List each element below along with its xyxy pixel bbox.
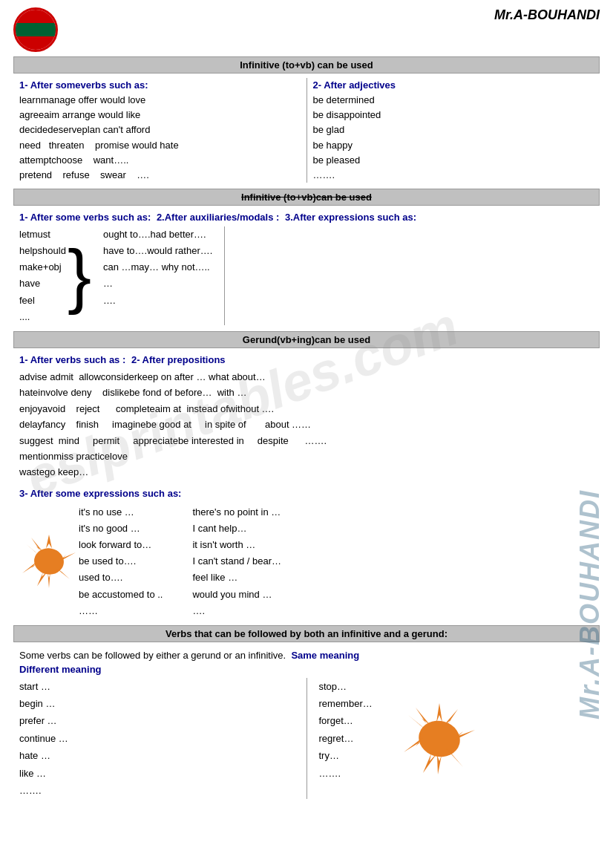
verb2-4: have (19, 275, 66, 292)
sv-right-5: try… (319, 747, 373, 764)
svg-marker-17 (416, 708, 430, 725)
gerund-v-6: mentionmiss practicelove (19, 448, 594, 464)
section1-adj-col: 2- After adjectives be determined be dis… (313, 78, 594, 183)
section4-header: Verbs that can be followed by both an in… (13, 625, 600, 642)
section2-label1: 1- After some verbs such as: (19, 210, 151, 225)
section4-left-verbs: start … begin … prefer … continue … hate… (19, 678, 307, 800)
section2-header: Infinitive (to+vb)can be used (13, 189, 600, 206)
gerund-v-4: delayfancy finish imaginebe good at in s… (19, 417, 594, 432)
aux-4: … (103, 275, 212, 292)
gerund-v-2: hateinvolve deny dislikebe fond of befor… (19, 385, 594, 400)
section4-intro-row: Some verbs can be followed by either a g… (19, 650, 594, 661)
splash-icon-left (19, 532, 79, 591)
svg-point-0 (32, 546, 66, 578)
section4-verbs-row: start … begin … prefer … continue … hate… (19, 678, 594, 800)
verb-line-3: decidedeserveplan can't afford (19, 123, 301, 137)
same-meaning-label: Same meaning (289, 650, 359, 661)
section3-verbs: advise admit allowconsiderkeep on after … (19, 369, 594, 480)
watermark-container: Mr.A-BOUHANDI (574, 489, 606, 719)
expr-r-7: …. (192, 603, 281, 619)
verb2-2: helpshould (19, 243, 66, 259)
watermark-text: Mr.A-BOUHANDI (574, 489, 606, 719)
svg-marker-1 (46, 535, 52, 548)
sv-left-5: hate … (19, 747, 295, 764)
section3-content: 1- After verbs such as : 2- After prepos… (13, 351, 600, 621)
svg-marker-5 (22, 561, 37, 573)
adj-line-5: be pleased (313, 153, 594, 168)
section1-cols: 1- After someverbs such as: learnmanage … (19, 78, 594, 183)
section3-header: Gerund(vb+ing)can be used (13, 331, 600, 348)
section2-divider (224, 226, 225, 325)
adj-line-2: be disappointed (313, 108, 594, 123)
sv-right-4: regret… (319, 730, 373, 747)
gerund-v-1: advise admit allowconsiderkeep on after … (19, 369, 594, 385)
expr-l-1: it's no use … (79, 504, 163, 521)
section3-label2: 2- After prepositions (128, 353, 225, 368)
author-name: Mr.A-BOUHANDI (494, 7, 600, 23)
adj-line-4: be happy (313, 138, 594, 153)
section3-label1: 1- After verbs such as : (19, 353, 125, 368)
section2-label2: 2.After auxiliaries/modals : (154, 210, 279, 225)
section1-part1-label: 1- After someverbs such as: (19, 78, 301, 93)
sv-left-1: start … (19, 678, 295, 695)
expr-col-right: there's no point in … I cant help… it is… (192, 504, 281, 619)
adj-line-1: be determined (313, 93, 594, 108)
svg-marker-4 (37, 571, 47, 587)
verb-line-5: attemptchoose want….. (19, 153, 301, 168)
expr-col-left: it's no use … it's no good … look forwar… (79, 504, 163, 619)
expr-l-6: be accustomed to .. (79, 587, 163, 603)
splash-left-container (19, 504, 79, 619)
header: ★ Mr.A-BOUHANDI (13, 7, 600, 52)
section1-verbs-col: 1- After someverbs such as: learnmanage … (19, 78, 301, 183)
expr-l-3: look forward to… (79, 537, 163, 553)
section1-part2-label: 2- After adjectives (313, 78, 594, 93)
verb-line-1: learnmanage offer would love (19, 93, 301, 108)
sv-right-2: remember… (319, 695, 373, 712)
gerund-v-7: wastego keep… (19, 464, 594, 480)
expr-r-3: it isn't worth … (192, 537, 281, 553)
verb-line-2: agreeaim arrange would like (19, 108, 301, 123)
svg-marker-8 (31, 538, 43, 552)
svg-marker-7 (47, 573, 50, 588)
svg-marker-16 (437, 755, 442, 774)
section2-content: 1- After some verbs such as: 2.After aux… (13, 209, 600, 327)
section4-intro: Some verbs can be followed by either a g… (19, 650, 286, 661)
sv-left-2: begin … (19, 695, 295, 712)
section2-cols: letmust helpshould make+obj have feel ..… (19, 226, 594, 325)
section1-content: 1- After someverbs such as: learnmanage … (13, 76, 600, 184)
expr-r-1: there's no point in … (192, 504, 281, 521)
flag-icon: ★ (13, 7, 58, 52)
expr-l-2: it's no good … (79, 521, 163, 537)
aux-2: have to….would rather…. (103, 243, 212, 259)
verb2-1: letmust (19, 226, 66, 243)
sv-right-6: ……. (319, 765, 373, 782)
expr-r-2: I cant help… (192, 521, 281, 537)
section3-expressions: 3- After some expressions such as: (19, 486, 594, 619)
expr-l-4: be used to…. (79, 553, 163, 570)
adj-line-6: ……. (313, 168, 594, 183)
expr-r-6: would you mind … (192, 587, 281, 603)
sv-left-6: like … (19, 765, 295, 782)
adj-line-3: be glad (313, 123, 594, 137)
expr-r-4: I can't stand / bear… (192, 553, 281, 570)
splash-right-bottom (402, 678, 476, 800)
col-divider (306, 78, 307, 183)
verb-line-4: need threaten promise would hate (19, 138, 301, 153)
diff-meaning-label: Different meaning (19, 664, 594, 675)
expressions-cols: it's no use … it's no good … look forwar… (79, 504, 594, 619)
section3-label3: 3- After some expressions such as: (19, 486, 594, 501)
bracket-symbol: } (68, 226, 91, 325)
sv-left-7: ……. (19, 782, 295, 799)
sv-left-4: continue … (19, 730, 295, 747)
sv-left-3: prefer … (19, 712, 295, 729)
page: eslprintables.com Mr.A-BOUHANDI ★ Mr.A-B… (0, 0, 613, 868)
expr-l-5: used to…. (79, 570, 163, 586)
splash-icon-right (402, 702, 476, 776)
section4-right-verbs: stop… remember… forget… regret… try… ……. (319, 678, 373, 800)
sv-right-3: forget… (319, 712, 373, 729)
section2-verbs-bracket: letmust helpshould make+obj have feel ..… (19, 226, 91, 325)
svg-marker-15 (408, 715, 427, 731)
section4-right-area: stop… remember… forget… regret… try… ……. (307, 678, 594, 800)
expr-l-7: …… (79, 603, 163, 619)
section4-content: Some verbs can be followed by either a g… (13, 645, 600, 801)
